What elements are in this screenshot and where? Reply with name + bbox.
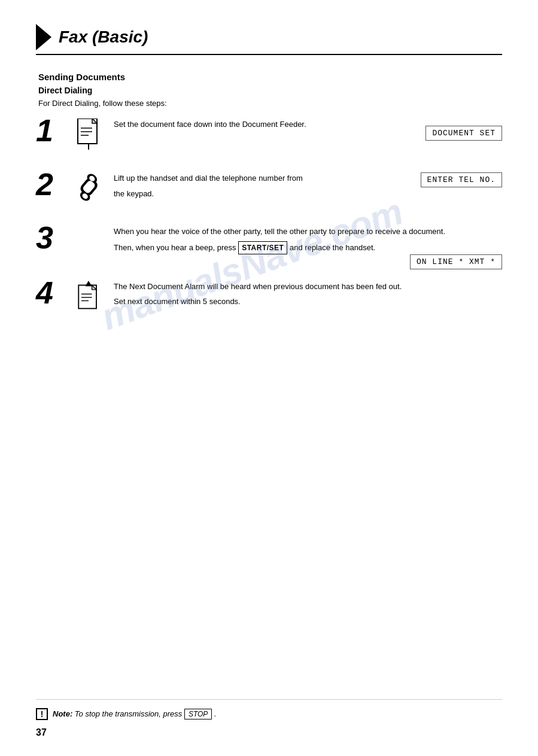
step-3-text1: When you hear the voice of the other par… bbox=[114, 226, 502, 238]
header-arrow-icon bbox=[36, 24, 51, 50]
stop-button[interactable]: STOP bbox=[184, 709, 212, 719]
step-3-text2: Then, when you hear a beep, press START/… bbox=[114, 241, 502, 254]
lcd-enter-tel: ENTER TEL NO. bbox=[421, 172, 502, 187]
step-2-number: 2 bbox=[36, 169, 69, 200]
section-title: Sending Documents bbox=[38, 72, 502, 82]
step-3-content: When you hear the voice of the other par… bbox=[114, 226, 502, 258]
handset-icon bbox=[69, 172, 108, 202]
lcd-document-set: DOCUMENT SET bbox=[425, 126, 502, 141]
step-4-content: The Next Document Alarm will be heard wh… bbox=[114, 281, 502, 311]
step-3: 3 When you hear the voice of the other p… bbox=[36, 226, 502, 258]
step-1: 1 Set the d bbox=[36, 119, 502, 150]
page-header: Fax (Basic) bbox=[36, 24, 502, 55]
note-section: ! Note: To stop the transmission, press … bbox=[36, 699, 502, 720]
page: Fax (Basic) Sending Documents Direct Dia… bbox=[0, 0, 538, 756]
step-4-text1: The Next Document Alarm will be heard wh… bbox=[114, 281, 502, 293]
step-3-text2-suffix: and replace the handset. bbox=[287, 243, 375, 252]
step-2: 2 bbox=[36, 172, 502, 203]
note-text-prefix: To stop the transmission, press bbox=[72, 709, 184, 718]
step-1-number: 1 bbox=[36, 115, 69, 146]
step-3-number: 3 bbox=[36, 222, 69, 253]
step-3-row: 3 When you hear the voice of the other p… bbox=[36, 226, 502, 258]
note-text-suffix: . bbox=[212, 709, 216, 718]
lcd-on-line-xmt: ON LINE * XMT * bbox=[410, 254, 502, 269]
subsection-title: Direct Dialing bbox=[38, 86, 502, 95]
svg-marker-17 bbox=[85, 281, 92, 286]
step-4: 4 The Next bbox=[36, 281, 502, 312]
step-3-text2-prefix: Then, when you hear a beep, press bbox=[114, 243, 238, 252]
page-number: 37 bbox=[36, 727, 47, 738]
step-4-text2: Set next document within 5 seconds. bbox=[114, 296, 502, 308]
document-next-icon bbox=[69, 281, 108, 312]
note-text: Note: To stop the transmission, press ST… bbox=[53, 709, 217, 719]
step-4-row: 4 The Next bbox=[36, 281, 502, 312]
note-label: Note: bbox=[53, 709, 72, 718]
note-icon: ! bbox=[36, 708, 48, 720]
document-feeder-icon bbox=[69, 119, 108, 150]
step-4-number: 4 bbox=[36, 277, 69, 308]
intro-text: For Direct Dialing, follow these steps: bbox=[38, 99, 502, 108]
step-2-text2: the keypad. bbox=[114, 188, 502, 200]
start-set-button[interactable]: START/SET bbox=[238, 241, 287, 254]
steps-area: 1 Set the d bbox=[36, 119, 502, 312]
page-title: Fax (Basic) bbox=[59, 28, 148, 47]
